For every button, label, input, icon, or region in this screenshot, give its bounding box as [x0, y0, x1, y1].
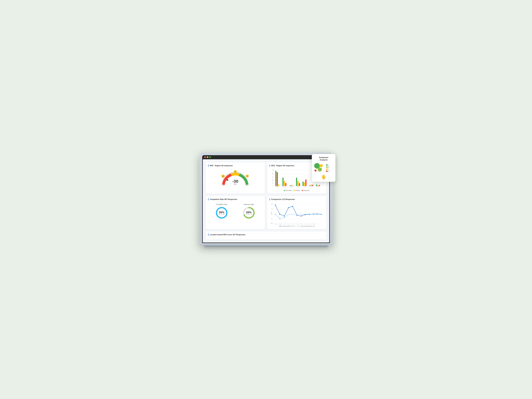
svg-text:Score: Score — [271, 212, 272, 215]
svg-point-58 — [284, 215, 285, 216]
svg-rect-16 — [282, 178, 284, 186]
svg-text:6 Oct: 6 Oct — [291, 223, 294, 224]
svg-text:2 Oct: 2 Oct — [283, 223, 286, 224]
svg-point-70 — [284, 217, 285, 218]
svg-text:28 Sep: 28 Sep — [275, 186, 279, 187]
response-pct: 68% — [246, 211, 252, 214]
legend-color-d — [326, 171, 328, 172]
response-donut-center: 68% 487 out of 712 — [246, 211, 252, 215]
gauge-value: -30 NPS — [232, 179, 238, 185]
svg-rect-19 — [290, 185, 291, 186]
svg-point-69 — [279, 218, 280, 219]
sentiment-popup: Sentiment Analysis A B — [312, 154, 336, 182]
detractors-dot — [302, 190, 303, 191]
completion-title: Completion Rate 487 Responses — [208, 198, 262, 200]
svg-point-0 — [227, 179, 228, 181]
svg-rect-13 — [275, 171, 277, 186]
svg-rect-17 — [284, 181, 285, 186]
svg-point-68 — [275, 214, 276, 215]
sentiment-body: A B C D — [314, 163, 333, 173]
promoters-dot — [284, 190, 285, 191]
west-coast-label: West Coast [WA, OR, CA] — [301, 226, 314, 227]
svg-rect-21 — [292, 186, 294, 186]
svg-text:4 Oct: 4 Oct — [297, 186, 299, 187]
line-chart-container: 100 50 0 -50 -100 Score — [270, 202, 324, 225]
nps-gauge-title: NPS - Region 59 responses — [208, 165, 262, 167]
legend-label-b: B — [328, 166, 329, 168]
gauge-label: NPS — [232, 184, 238, 185]
svg-text:4 Oct: 4 Oct — [287, 223, 290, 224]
line-chart-svg: 100 50 0 -50 -100 Score — [270, 202, 324, 224]
svg-rect-15 — [278, 184, 279, 186]
svg-text:8 Oct: 8 Oct — [296, 223, 298, 224]
svg-text:0: 0 — [272, 213, 273, 215]
legend-passive: Passive — [293, 190, 300, 191]
completion-donut-item: Completion Rate 99% 484 — [215, 204, 228, 219]
response-donut-label: Response Rate — [244, 204, 254, 205]
svg-text:12 Oct: 12 Oct — [304, 223, 307, 224]
sentiment-bubbles — [314, 163, 324, 173]
laptop-screen: NPS - Region 59 responses 😟 😐 😊 — [203, 159, 329, 242]
detractors-label: Detractors — [304, 190, 310, 191]
gauge-wrapper: 😟 😐 😊 — [221, 170, 250, 186]
svg-text:14 Oct: 14 Oct — [308, 223, 311, 224]
completion-donut-center: 99% 484 out of 487 — [218, 211, 225, 215]
gauge-number: -30 — [232, 179, 238, 184]
svg-rect-24 — [299, 183, 300, 186]
laptop-base — [200, 243, 332, 246]
location-title: Location based NPS score 337 Responses — [208, 234, 324, 236]
svg-rect-33 — [319, 185, 320, 186]
nps-gauge-card: NPS - Region 59 responses 😟 😐 😊 — [206, 162, 265, 194]
svg-text:40: 40 — [272, 173, 273, 174]
legend-label-c: C — [328, 168, 329, 170]
svg-text:10 Oct: 10 Oct — [316, 186, 320, 187]
svg-rect-32 — [317, 185, 319, 186]
emoji-sad: 😟 — [221, 174, 225, 178]
svg-rect-22 — [296, 178, 297, 186]
completion-row: Completion Rate 99% 484 — [208, 202, 262, 221]
legend-west-coast: West Coast [WA, OR, CA] — [297, 226, 314, 227]
svg-rect-30 — [312, 185, 313, 186]
svg-rect-29 — [311, 184, 312, 186]
traffic-light-green[interactable] — [209, 156, 211, 158]
svg-rect-14 — [277, 172, 278, 186]
svg-text:50: 50 — [272, 169, 273, 171]
passive-dot — [293, 190, 295, 191]
promoters-label: Promoters — [286, 190, 292, 191]
svg-rect-27 — [305, 179, 306, 186]
response-donut-item: Response Rate 68% 487 o — [242, 204, 255, 219]
legend-detractors: Detractors — [302, 190, 310, 191]
legend-item-c: C — [326, 168, 329, 170]
svg-rect-26 — [304, 182, 305, 186]
comparison-card: Comparison 112 Responses 100 50 0 -50 -1… — [267, 196, 326, 229]
svg-text:8 Oct: 8 Oct — [310, 186, 313, 187]
legend-item-a: A — [326, 164, 329, 166]
completion-sub: 484 out of 487 — [218, 214, 225, 215]
legend-label-a: A — [328, 164, 329, 166]
svg-text:16 Oct: 16 Oct — [312, 223, 315, 224]
traffic-light-red[interactable] — [204, 156, 206, 158]
legend-color-a — [326, 165, 328, 166]
svg-text:10: 10 — [272, 182, 273, 184]
bubble-d — [315, 170, 317, 171]
svg-text:100: 100 — [271, 203, 273, 204]
svg-text:28 Sep: 28 Sep — [274, 223, 278, 224]
svg-point-61 — [297, 215, 298, 216]
emoji-neutral: 😐 — [234, 170, 237, 173]
east-coast-line — [279, 226, 282, 226]
svg-rect-31 — [316, 184, 317, 186]
completion-card: Completion Rate 487 Responses Completion… — [206, 196, 265, 229]
svg-point-56 — [275, 204, 276, 205]
svg-text:30: 30 — [272, 177, 273, 178]
svg-rect-23 — [298, 181, 299, 186]
svg-text:30 Sep: 30 Sep — [279, 223, 282, 224]
sentiment-legend: A B C D — [326, 164, 329, 172]
svg-text:-50: -50 — [271, 218, 273, 220]
svg-point-60 — [292, 206, 293, 207]
svg-text:0: 0 — [273, 185, 273, 186]
completion-donut-wrapper: 99% 484 out of 487 — [215, 206, 228, 219]
passive-label: Passive — [295, 190, 300, 191]
traffic-light-yellow[interactable] — [207, 156, 208, 158]
scene: Sentiment Analysis A B — [200, 152, 332, 247]
laptop-screen-bezel: NPS - Region 59 responses 😟 😐 😊 — [202, 155, 330, 243]
